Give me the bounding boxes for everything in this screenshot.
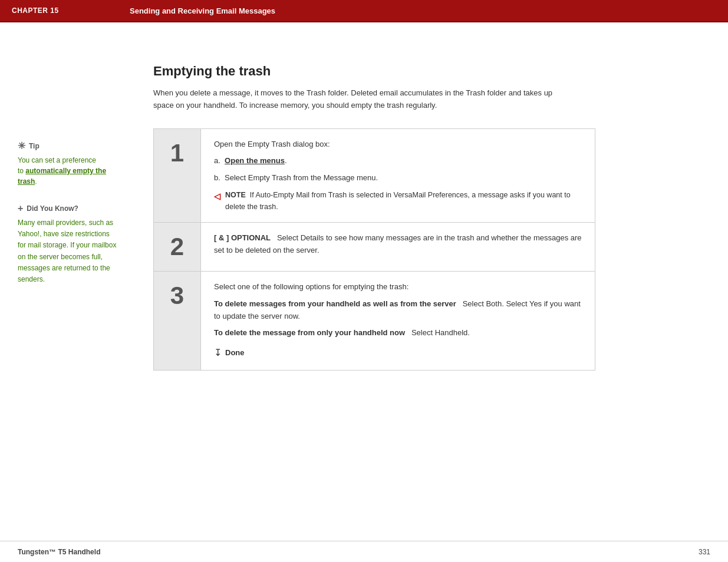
step-content-1: Open the Empty Trash dialog box: a. Open…: [201, 129, 595, 222]
step-number-1: 1: [170, 141, 184, 166]
step1-sub-b: b. Select Empty Trash from the Message m…: [214, 172, 582, 184]
step3-option2: To delete the message from only your han…: [214, 327, 582, 339]
section-intro: When you delete a message, it moves to t…: [153, 87, 554, 112]
sidebar: ✳ Tip You can set a preference to automa…: [0, 46, 130, 505]
dyk-plus-icon: +: [18, 203, 23, 214]
open-menus-link[interactable]: Open the menus: [225, 156, 285, 165]
header-bar: CHAPTER 15 Sending and Receiving Email M…: [0, 0, 728, 22]
step-row-2: 2 [ & ] OPTIONAL Select Details to see h…: [154, 223, 595, 272]
step-number-3: 3: [170, 283, 184, 308]
step-number-col-3: 3: [154, 272, 201, 370]
step-number-col-2: 2: [154, 223, 201, 271]
steps-container: 1 Open the Empty Trash dialog box: a. Op…: [153, 128, 595, 371]
tip-line2: to automatically empty the trash.: [18, 167, 106, 186]
step3-bold1: To delete messages from your handheld as…: [214, 299, 456, 308]
tip-text: You can set a preference to automaticall…: [18, 155, 118, 187]
tip-star-icon: ✳: [18, 140, 25, 151]
tip-link[interactable]: automatically empty the trash: [18, 167, 106, 186]
footer-brand: Tungsten™ T5 Handheld: [18, 548, 100, 556]
step-number-col-1: 1: [154, 129, 201, 222]
page-footer: Tungsten™ T5 Handheld 331: [0, 541, 728, 562]
done-row: ↧ Done: [214, 345, 582, 361]
step-content-2: [ & ] OPTIONAL Select Details to see how…: [201, 223, 595, 271]
done-label: Done: [225, 347, 245, 359]
step-number-2: 2: [170, 234, 184, 259]
chapter-label: CHAPTER 15: [12, 6, 130, 15]
step1-intro: Open the Empty Trash dialog box:: [214, 138, 582, 151]
step2-optional: [ & ] OPTIONAL Select Details to see how…: [214, 232, 582, 257]
footer-page-number: 331: [699, 548, 710, 556]
note-icon: ◁: [214, 190, 220, 203]
note-content: NOTE If Auto-Empty Mail from Trash is se…: [225, 189, 582, 213]
footer-brand-rest: Handheld: [66, 548, 100, 556]
footer-brand-italic: Tungsten™: [18, 548, 58, 556]
main-content: Emptying the trash When you delete a mes…: [130, 46, 728, 505]
page-content: ✳ Tip You can set a preference to automa…: [0, 22, 728, 529]
dyk-text: Many email providers, such as Yahoo!, ha…: [18, 217, 118, 285]
dyk-header: + Did You Know?: [18, 203, 118, 214]
footer-brand-bold: T5: [58, 548, 66, 556]
tip-block: ✳ Tip You can set a preference to automa…: [18, 140, 118, 187]
optional-label: [ & ] OPTIONAL: [214, 233, 271, 242]
step1-sub-a: a. Open the menus.: [214, 155, 582, 167]
step-row-3: 3 Select one of the following options fo…: [154, 272, 595, 370]
chapter-title: Sending and Receiving Email Messages: [130, 6, 275, 15]
note-label: NOTE: [225, 191, 246, 199]
tip-label: Tip: [29, 142, 39, 150]
step3-intro: Select one of the following options for …: [214, 281, 582, 293]
done-arrow-icon: ↧: [214, 345, 222, 361]
dyk-label: Did You Know?: [27, 204, 78, 213]
note-block: ◁ NOTE If Auto-Empty Mail from Trash is …: [214, 189, 582, 213]
tip-header: ✳ Tip: [18, 140, 118, 151]
section-title: Emptying the trash: [153, 64, 693, 79]
step-content-3: Select one of the following options for …: [201, 272, 595, 370]
tip-line1: You can set a preference: [18, 156, 96, 164]
step3-bold2: To delete the message from only your han…: [214, 328, 405, 337]
step-row-1: 1 Open the Empty Trash dialog box: a. Op…: [154, 129, 595, 223]
did-you-know-block: + Did You Know? Many email providers, su…: [18, 203, 118, 285]
step3-option1: To delete messages from your handheld as…: [214, 298, 582, 323]
